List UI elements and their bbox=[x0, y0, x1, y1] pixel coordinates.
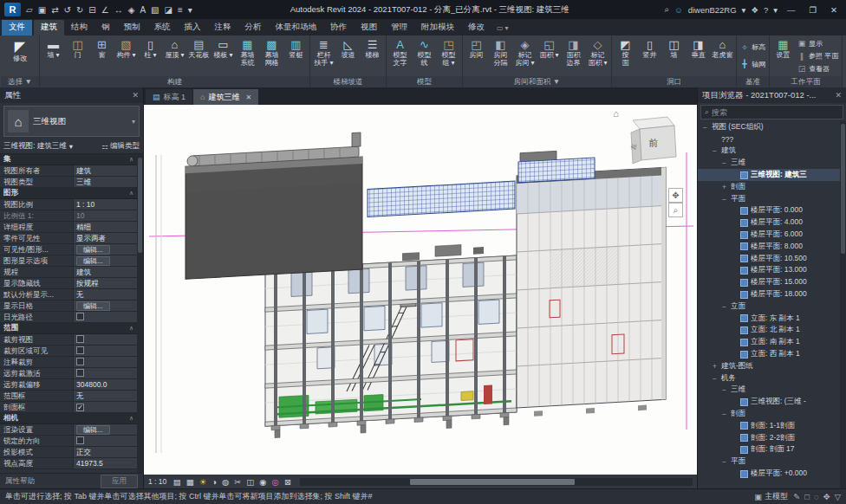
collapse-icon[interactable]: − bbox=[720, 158, 728, 167]
editable-only-icon[interactable]: ✎ bbox=[793, 492, 800, 501]
edit-type-button[interactable]: ⚏ 编辑类型 bbox=[101, 141, 140, 152]
tree-scrollbar[interactable] bbox=[840, 121, 846, 488]
section-collapse-icon[interactable]: ∧ bbox=[129, 156, 133, 163]
type-selector[interactable]: ⌂ 三维视图 ▾ bbox=[3, 106, 140, 137]
tree-item[interactable]: 剖面: 剖面 17 bbox=[698, 444, 840, 456]
undo-icon[interactable]: ↺ bbox=[62, 5, 74, 15]
property-value[interactable]: 10 bbox=[73, 210, 137, 221]
help-dropdown-icon[interactable]: ▾ bbox=[773, 5, 778, 15]
tree-item[interactable]: 楼层平面: 18.000 bbox=[698, 288, 840, 300]
scrollbar-thumb[interactable] bbox=[410, 479, 575, 485]
tree-item[interactable]: −三维 bbox=[698, 384, 840, 397]
restore-button[interactable]: ❐ bbox=[805, 5, 822, 15]
design-options-dropdown[interactable]: ▣ 主模型 bbox=[754, 491, 788, 502]
tool-mullion[interactable]: ▥竖梃 bbox=[284, 36, 308, 75]
tool-curtain-grid[interactable]: ▩幕墙 网格 bbox=[260, 36, 283, 75]
tool-floor[interactable]: ▭楼板 ▾ bbox=[212, 36, 235, 75]
show-crop-icon[interactable]: ◫ bbox=[244, 477, 257, 487]
property-section[interactable]: 相机∧ bbox=[0, 413, 137, 424]
section-box-icon[interactable]: ⊠ bbox=[282, 477, 293, 487]
tool-tag-area[interactable]: ◇标记 面积 ▾ bbox=[586, 36, 609, 75]
help-icon[interactable]: ? bbox=[764, 5, 768, 15]
checkbox[interactable] bbox=[76, 335, 84, 343]
collapse-icon[interactable]: − bbox=[711, 374, 719, 383]
ribbon-tab-11[interactable]: 视图 bbox=[354, 20, 384, 36]
tool-curtain-system[interactable]: ▦幕墙 系统 bbox=[236, 36, 259, 75]
tree-item[interactable]: 楼层平面: 4.000 bbox=[698, 216, 840, 229]
ribbon-tab-7[interactable]: 注释 bbox=[208, 20, 238, 36]
tool-set-work-plane[interactable]: ▦设置 bbox=[771, 36, 795, 75]
tool-dormer-opening[interactable]: ⌂老虎窗 bbox=[711, 36, 734, 75]
ribbon-toggle[interactable]: ▭ ▾ bbox=[497, 24, 509, 36]
close-button[interactable]: ✕ bbox=[826, 5, 842, 15]
tree-item[interactable]: −平面 bbox=[698, 456, 840, 468]
tool-model-line[interactable]: ∿模型 线 bbox=[413, 36, 436, 75]
ribbon-tab-1[interactable]: 建筑 bbox=[34, 20, 64, 36]
tool-component[interactable]: ▧构件 ▾ bbox=[114, 36, 138, 75]
tool-room-separator[interactable]: ◧房间 分隔 bbox=[489, 36, 512, 75]
section-collapse-icon[interactable]: ∧ bbox=[129, 325, 133, 332]
tree-item[interactable]: −三维 bbox=[698, 157, 840, 169]
ribbon-group-label[interactable]: 模型 bbox=[387, 76, 462, 87]
aligned-dimension-icon[interactable]: ↔ bbox=[112, 5, 126, 15]
property-value[interactable] bbox=[73, 312, 137, 322]
tree-item[interactable]: +建筑-图纸 bbox=[698, 360, 840, 372]
tool-roof[interactable]: ⌂屋顶 ▾ bbox=[163, 36, 186, 75]
tree-item[interactable]: −剖面 bbox=[698, 408, 840, 420]
collapse-icon[interactable]: − bbox=[720, 195, 728, 204]
drawing-viewport[interactable]: ⌂ 左 前 ✥ ⌕ bbox=[144, 105, 697, 475]
property-value[interactable]: 编辑... bbox=[73, 255, 137, 266]
ribbon-tab-13[interactable]: 附加模块 bbox=[414, 20, 461, 36]
ribbon-group-label[interactable]: 选择 ▼ bbox=[1, 76, 39, 87]
print-icon[interactable]: ⊟ bbox=[86, 5, 98, 15]
tree-item[interactable]: −视图 (SEC组织) bbox=[698, 121, 840, 133]
view-scale[interactable]: 1 : 10 bbox=[148, 477, 171, 486]
ribbon-tab-10[interactable]: 协作 bbox=[323, 20, 354, 36]
collapse-icon[interactable]: − bbox=[720, 457, 728, 466]
edit-button[interactable]: 编辑... bbox=[76, 256, 110, 266]
tree-item[interactable]: 楼层平面: +0.000 bbox=[698, 468, 840, 480]
property-value[interactable]: 建筑 bbox=[73, 165, 137, 176]
edit-button[interactable]: 编辑... bbox=[76, 425, 110, 435]
tool-railing[interactable]: ≣栏杆 扶手 ▾ bbox=[312, 36, 335, 75]
tool-level[interactable]: ✧标高 bbox=[740, 42, 765, 53]
ribbon-tab-3[interactable]: 钢 bbox=[94, 20, 117, 36]
selection-filter-icon[interactable]: ▽ bbox=[835, 492, 841, 501]
collapse-icon[interactable]: − bbox=[711, 146, 719, 155]
default-3d-view-icon[interactable]: ▧ bbox=[148, 5, 161, 15]
property-value[interactable]: 无 bbox=[73, 391, 137, 401]
ribbon-tab-14[interactable]: 修改 bbox=[461, 20, 491, 36]
measure-icon[interactable]: ∠ bbox=[99, 5, 112, 15]
property-value[interactable] bbox=[73, 346, 137, 356]
revit-logo[interactable]: R bbox=[4, 3, 21, 16]
close-view-icon[interactable]: ✕ bbox=[245, 94, 251, 101]
ribbon-group-label[interactable]: 基准 bbox=[737, 76, 769, 87]
ribbon-tab-9[interactable]: 体量和场地 bbox=[269, 20, 324, 36]
select-links-icon[interactable]: □ bbox=[804, 492, 810, 501]
property-value[interactable]: 建筑 bbox=[73, 267, 137, 277]
checkbox[interactable] bbox=[76, 346, 84, 354]
tree-item[interactable]: 立面: 东 副本 1 bbox=[698, 313, 840, 325]
tree-item[interactable]: ??? bbox=[698, 133, 840, 145]
checkbox[interactable] bbox=[76, 358, 84, 365]
save-icon[interactable]: ▣ bbox=[36, 5, 49, 15]
shadows-icon[interactable]: ◑ bbox=[210, 477, 219, 487]
tree-item[interactable]: +剖面 bbox=[698, 181, 840, 193]
tool-door[interactable]: ◫门 bbox=[66, 36, 89, 75]
collapse-icon[interactable]: − bbox=[720, 385, 728, 394]
tree-item[interactable]: 剖面: 1-1剖面 bbox=[698, 420, 840, 432]
apply-button[interactable]: 应用 bbox=[101, 475, 138, 488]
tree-item[interactable]: 楼层平面: 13.000 bbox=[698, 265, 840, 277]
tool-viewer[interactable]: ◲查看器 bbox=[797, 63, 838, 74]
tool-window[interactable]: ⊞窗 bbox=[90, 36, 114, 75]
ribbon-group-label[interactable]: 构建 bbox=[40, 76, 309, 87]
user-dropdown-icon[interactable]: ▾ bbox=[742, 5, 746, 15]
property-value[interactable]: 304800.0 bbox=[73, 379, 137, 390]
browser-search[interactable]: ⌕ bbox=[700, 105, 843, 120]
tree-item[interactable]: −立面 bbox=[698, 300, 840, 313]
drag-on-selection-icon[interactable]: ✥ bbox=[823, 492, 830, 501]
checkbox[interactable]: ✓ bbox=[76, 404, 84, 411]
tree-item[interactable]: 楼层平面: 8.000 bbox=[698, 241, 840, 253]
view-tab-level1[interactable]: ▤ 标高 1 bbox=[146, 89, 192, 105]
select-underlay-icon[interactable]: ◌ bbox=[814, 492, 819, 501]
